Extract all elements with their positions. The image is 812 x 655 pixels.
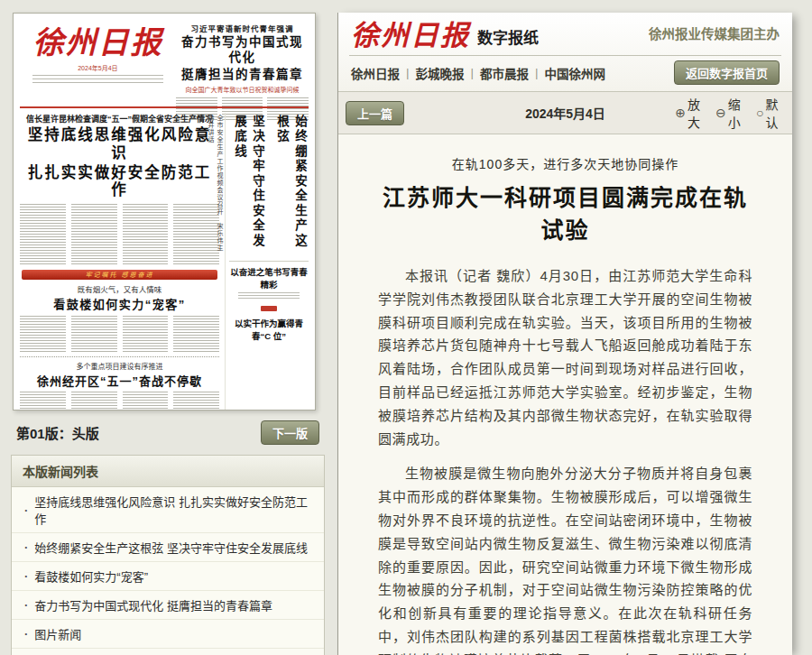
paper-middle-left: 信长星许昆林检查调度“五一”假期全省安全生产情况 坚持底线思维强化风险意识 扎扎… bbox=[20, 113, 219, 411]
news-item-label: 始终绷紧安全生产这根弦 坚决守牢守住安全发展底线 bbox=[34, 539, 308, 556]
article-paragraph: 生物被膜是微生物向胞外分泌大分子物质并将自身包裹其中而形成的群体聚集物。生物被膜… bbox=[378, 462, 752, 655]
nav-separator: | bbox=[406, 66, 410, 79]
paper-top-story: 习近平寄语新时代青年强调 奋力书写为中国式现代化 挺膺担当的青春篇章 向全国广大… bbox=[176, 21, 309, 104]
next-page-button[interactable]: 下一版 bbox=[261, 420, 319, 445]
placeholder-text-column bbox=[71, 392, 117, 411]
placeholder-text-column bbox=[123, 204, 169, 265]
zoom-reset-control[interactable]: ○默认 bbox=[756, 95, 785, 131]
nav-item-china-xuzhou-net[interactable]: 中国徐州网 bbox=[545, 64, 606, 82]
placeholder-text-column bbox=[71, 204, 117, 265]
nav-row: 徐州日报 | 彭城晚报 | 都市晨报 | 中国徐州网 返回数字报首页 bbox=[349, 55, 781, 91]
article-title: 江苏师大一科研项目圆满完成在轨试验 bbox=[378, 180, 752, 244]
left-column: 徐州日报 2024年5月4日 习近平寄语新时代青年强调 奋力书写为中国式现代化 … bbox=[11, 13, 325, 655]
news-item-label: 看鼓楼如何实力“宠客” bbox=[34, 567, 148, 585]
article-body: 在轨100多天，进行多次天地协同操作 江苏师大一科研项目圆满完成在轨试验 本报讯… bbox=[338, 134, 792, 655]
nav-item-pengcheng-evening[interactable]: 彭城晚报 bbox=[416, 64, 465, 82]
bullet-icon: · bbox=[24, 627, 28, 641]
placeholder-text-line bbox=[32, 75, 163, 84]
article-paragraph: 本报讯（记者 魏欣）4月30日，由江苏师范大学生命科学学院刘伟杰教授团队联合北京… bbox=[378, 264, 752, 450]
zoom-out-control[interactable]: ⊖缩小 bbox=[715, 95, 747, 131]
organizer-text: 徐州报业传媒集团主办 bbox=[649, 23, 780, 50]
nav-separator: | bbox=[471, 66, 475, 79]
story4-title: 徐州经开区“五一”奋战不停歇 bbox=[20, 372, 219, 389]
placeholder-text-column bbox=[173, 316, 219, 352]
story-divider bbox=[20, 356, 219, 357]
red-badge-icon bbox=[261, 306, 277, 311]
side-story2-title: 以实干作为赢得青春“C 位” bbox=[229, 317, 309, 342]
main-story-kicker: 信长星许昆林检查调度“五一”假期全省安全生产情况 bbox=[20, 113, 219, 125]
article-toolbar: 上一篇 2024年5月4日 ⊕放大 ⊖缩小 ○默认 bbox=[338, 91, 792, 134]
paper-masthead-left: 徐州日报 2024年5月4日 bbox=[20, 21, 176, 104]
red-banner: 牢记嘱托 感恩奋进 bbox=[22, 270, 217, 280]
paper-masthead: 徐州日报 2024年5月4日 习近平寄语新时代青年强调 奋力书写为中国式现代化 … bbox=[20, 21, 309, 104]
site-header: 徐州日报 数字报纸 徐州报业传媒集团主办 徐州日报 | 彭城晚报 | 都市晨报 … bbox=[338, 13, 792, 91]
top-story-title-line1: 奋力书写为中国式现代化 bbox=[176, 35, 309, 66]
right-column: 徐州日报 数字报纸 徐州报业传媒集团主办 徐州日报 | 彭城晚报 | 都市晨报 … bbox=[337, 13, 792, 655]
nav-item-metro-morning[interactable]: 都市晨报 bbox=[480, 64, 529, 82]
placeholder-text-columns bbox=[20, 392, 219, 411]
zoom-reset-label: 默认 bbox=[765, 95, 785, 131]
paper-middle-section: 信长星许昆林检查调度“五一”假期全省安全生产情况 坚持底线思维强化风险意识 扎扎… bbox=[20, 113, 309, 411]
bullet-icon: · bbox=[24, 598, 28, 612]
zoom-in-label: 放大 bbox=[687, 95, 706, 131]
main-story-title-line1: 坚持底线思维强化风险意识 bbox=[20, 126, 219, 162]
story4-kicker: 多个重点项目建设有序推进 bbox=[20, 361, 219, 371]
toolbar-zoom-controls: ⊕放大 ⊖缩小 ○默认 bbox=[675, 95, 785, 131]
article-kicker: 在轨100多天，进行多次天地协同操作 bbox=[378, 154, 752, 172]
story3-kicker: 既有烟火气，又有人情味 bbox=[20, 283, 219, 294]
placeholder-text-columns bbox=[20, 316, 219, 352]
news-item-label: 坚持底线思维强化风险意识 扎扎实实做好安全防范工作 bbox=[34, 493, 315, 527]
toolbar-left: 上一篇 bbox=[346, 101, 456, 125]
placeholder-text-column bbox=[20, 204, 66, 265]
page-label: 第01版：头版 bbox=[16, 423, 99, 442]
side-story1-title: 以奋进之笔书写青春精彩 bbox=[229, 265, 309, 291]
zoom-reset-icon: ○ bbox=[756, 106, 763, 120]
top-story-title-line2: 挺膺担当的青春篇章 bbox=[176, 68, 309, 83]
placeholder-text-columns bbox=[20, 204, 219, 265]
news-list: 本版新闻列表 ·坚持底线思维强化风险意识 扎扎实实做好安全防范工作 ·始终绷紧安… bbox=[11, 455, 325, 655]
site-nav: 徐州日报 | 彭城晚报 | 都市晨报 | 中国徐州网 bbox=[351, 64, 605, 82]
main-story-title-line2: 扎扎实实做好安全防范工作 bbox=[20, 164, 219, 200]
back-to-home-button[interactable]: 返回数字报首页 bbox=[674, 60, 780, 85]
placeholder-text-column bbox=[20, 392, 66, 411]
paper-middle-right: 始终绷紧安全生产这根弦 坚决守牢守住安全发展底线 全市安全生产工作视频会议召开 … bbox=[225, 113, 309, 411]
news-list-item[interactable]: ·徐州经开区“五一”奋战不停歇 bbox=[12, 649, 324, 655]
zoom-in-icon: ⊕ bbox=[675, 106, 686, 120]
paper-logo: 徐州日报 bbox=[20, 26, 176, 60]
page-bar: 第01版：头版 下一版 bbox=[13, 418, 323, 447]
vertical-headline-block: 始终绷紧安全生产这根弦 坚决守牢守住安全发展底线 全市安全生产工作视频会议召开 … bbox=[229, 113, 309, 255]
top-story-subline: 向全国广大青年致以节日祝贺和诚挚问候 bbox=[176, 85, 309, 94]
news-list-item[interactable]: ·奋力书写为中国式现代化 挺膺担当的青春篇章 bbox=[12, 591, 324, 620]
vertical-headline-right: 始终绷紧安全生产这根弦 bbox=[272, 115, 309, 255]
site-logo: 徐州日报 bbox=[351, 22, 470, 50]
news-list-item[interactable]: ·图片新闻 bbox=[12, 620, 324, 649]
news-list-item[interactable]: ·坚持底线思维强化风险意识 扎扎实实做好安全防范工作 bbox=[12, 487, 324, 533]
placeholder-text-column bbox=[123, 392, 169, 411]
vertical-headline-left: 坚决守牢守住安全发展底线 bbox=[230, 115, 266, 255]
logo-group: 徐州日报 数字报纸 bbox=[351, 22, 539, 50]
issue-date: 2024年5月4日 bbox=[456, 104, 676, 122]
zoom-out-icon: ⊖ bbox=[715, 106, 726, 120]
news-list-item[interactable]: ·始终绷紧安全生产这根弦 坚决守牢守住安全发展底线 bbox=[12, 533, 324, 562]
news-item-label: 图片新闻 bbox=[34, 625, 81, 642]
nav-item-xuzhou-daily[interactable]: 徐州日报 bbox=[351, 64, 400, 82]
placeholder-text-line bbox=[238, 292, 300, 299]
bullet-icon: · bbox=[24, 503, 28, 517]
nav-separator: | bbox=[535, 66, 539, 79]
zoom-out-label: 缩小 bbox=[728, 95, 747, 131]
logo-row: 徐州日报 数字报纸 徐州报业传媒集团主办 bbox=[349, 20, 781, 55]
placeholder-text-column bbox=[123, 316, 169, 352]
placeholder-text-column bbox=[71, 316, 117, 352]
zoom-in-control[interactable]: ⊕放大 bbox=[675, 95, 706, 131]
story3-title: 看鼓楼如何实力“宠客” bbox=[20, 295, 219, 312]
front-page-thumbnail[interactable]: 徐州日报 2024年5月4日 习近平寄语新时代青年强调 奋力书写为中国式现代化 … bbox=[13, 13, 316, 411]
news-list-item[interactable]: ·看鼓楼如何实力“宠客” bbox=[12, 562, 324, 591]
top-story-kicker: 习近平寄语新时代青年强调 bbox=[176, 23, 309, 33]
paper-date: 2024年5月4日 bbox=[20, 63, 176, 72]
page: 徐州日报 2024年5月4日 习近平寄语新时代青年强调 奋力书写为中国式现代化 … bbox=[0, 0, 812, 655]
placeholder-text-column bbox=[20, 316, 66, 352]
news-list-items: ·坚持底线思维强化风险意识 扎扎实实做好安全防范工作 ·始终绷紧安全生产这根弦 … bbox=[12, 487, 324, 655]
placeholder-text-column bbox=[173, 392, 219, 411]
bullet-icon: · bbox=[24, 569, 28, 583]
previous-article-button[interactable]: 上一篇 bbox=[346, 101, 404, 125]
